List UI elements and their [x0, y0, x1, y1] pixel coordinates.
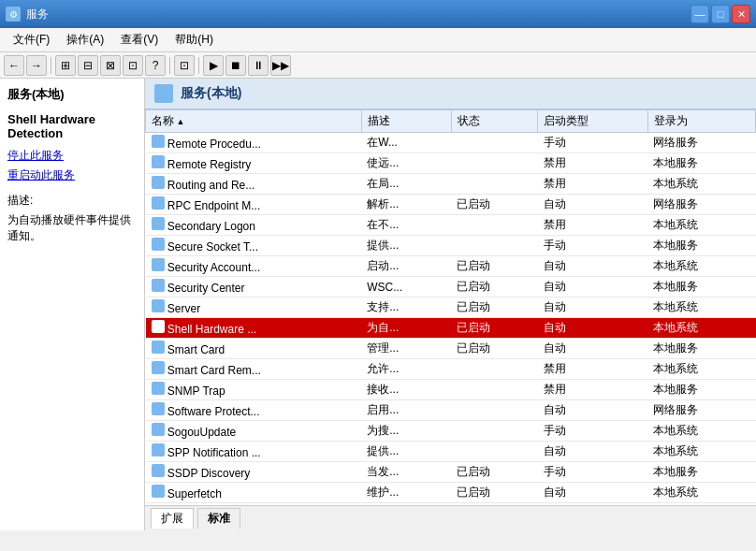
table-row[interactable]: Security CenterWSC...已启动自动本地服务 [146, 277, 756, 297]
service-desc-cell: 为自... [361, 318, 451, 339]
help-button[interactable]: ? [145, 55, 166, 76]
col-desc[interactable]: 描述 [361, 110, 451, 133]
toolbar-btn-6[interactable]: ⊡ [123, 55, 143, 76]
service-login-cell: 网络服务 [647, 133, 755, 153]
service-status-cell [451, 380, 537, 400]
toolbar-btn-5[interactable]: ⊠ [100, 55, 121, 76]
toolbar-separator-1 [51, 57, 51, 74]
toolbar-btn-8[interactable]: ⊡ [174, 55, 195, 76]
table-row[interactable]: Routing and Re...在局...禁用本地系统 [146, 174, 756, 195]
service-name-cell: Security Center [146, 277, 362, 297]
service-icon [152, 402, 165, 415]
app-icon: ⚙ [6, 7, 21, 22]
table-row[interactable]: SogouUpdate为搜...手动本地系统 [146, 421, 756, 442]
service-icon [152, 299, 165, 312]
stop-button[interactable]: ⏹ [225, 55, 246, 76]
table-row[interactable]: Remote Procedu...在W...手动网络服务 [146, 133, 756, 153]
window-controls[interactable]: — □ ✕ [691, 5, 750, 23]
forward-button[interactable]: → [26, 55, 47, 76]
table-row[interactable]: RPC Endpoint M...解析...已启动自动网络服务 [146, 195, 756, 215]
service-login-cell: 网络服务 [647, 195, 755, 215]
service-desc-cell: 当发... [361, 462, 451, 483]
service-icon [152, 258, 165, 271]
menu-file[interactable]: 文件(F) [6, 30, 57, 50]
service-login-cell: 本地系统 [647, 359, 755, 380]
service-status-cell [451, 215, 537, 236]
col-startup[interactable]: 启动类型 [538, 110, 647, 133]
service-icon [152, 279, 165, 292]
toolbar-btn-4[interactable]: ⊟ [78, 55, 98, 76]
service-status-cell: 已启动 [451, 195, 537, 215]
service-icon [152, 341, 165, 354]
service-startup-cell: 禁用 [538, 215, 647, 236]
menu-view[interactable]: 查看(V) [113, 30, 166, 50]
service-startup-cell: 自动 [538, 339, 647, 359]
service-login-cell: 本地系统 [647, 318, 755, 339]
toolbar-btn-3[interactable]: ⊞ [55, 55, 76, 76]
content-header: 服务(本地) [145, 79, 756, 109]
menu-action[interactable]: 操作(A) [59, 30, 111, 50]
tab-expand[interactable]: 扩展 [151, 508, 194, 529]
back-button[interactable]: ← [4, 55, 24, 76]
service-startup-cell: 自动 [538, 195, 647, 215]
service-startup-cell: 自动 [538, 297, 647, 318]
table-row[interactable]: SSDP Discovery当发...已启动手动本地服务 [146, 462, 756, 483]
table-row[interactable]: Shell Hardware ...为自...已启动自动本地系统 [146, 318, 756, 339]
menu-help[interactable]: 帮助(H) [167, 30, 221, 50]
table-row[interactable]: Smart Card管理...已启动自动本地服务 [146, 339, 756, 359]
minimize-button[interactable]: — [691, 5, 709, 23]
service-name-cell: Remote Procedu... [146, 133, 362, 153]
sidebar-title: 服务(本地) [7, 86, 137, 103]
table-row[interactable]: SPP Notification ...提供...自动本地系统 [146, 442, 756, 462]
table-row[interactable]: SNMP Trap接收...禁用本地服务 [146, 380, 756, 400]
table-row[interactable]: Security Account...启动...已启动自动本地系统 [146, 256, 756, 277]
service-login-cell: 本地服务 [647, 277, 755, 297]
play-button[interactable]: ▶ [203, 55, 224, 76]
services-table-container[interactable]: 名称 描述 状态 启动类型 登录为 Remote Procedu...在W...… [145, 109, 756, 505]
restart-button[interactable]: ▶▶ [270, 55, 291, 76]
service-desc-cell: 在不... [361, 215, 451, 236]
service-name-cell: SSDP Discovery [146, 462, 362, 483]
service-icon [152, 382, 165, 395]
service-desc-cell: 使远... [361, 153, 451, 174]
content-area: 服务(本地) 名称 描述 状态 启动类型 登录为 Remote Procedu.… [145, 79, 756, 530]
service-status-cell: 已启动 [451, 318, 537, 339]
service-name-cell: SogouUpdate [146, 421, 362, 442]
col-status[interactable]: 状态 [451, 110, 537, 133]
maximize-button[interactable]: □ [711, 5, 730, 23]
service-desc-cell: 在局... [361, 174, 451, 195]
service-startup-cell: 手动 [538, 133, 647, 153]
pause-button[interactable]: ⏸ [248, 55, 269, 76]
service-status-cell: 已启动 [451, 297, 537, 318]
table-row[interactable]: Superfetch维护...已启动自动本地系统 [146, 483, 756, 503]
stop-service-link[interactable]: 停止此服务 [7, 148, 137, 164]
tab-standard[interactable]: 标准 [197, 508, 240, 529]
service-desc-cell: 允许... [361, 359, 451, 380]
service-startup-cell: 自动 [538, 442, 647, 462]
service-startup-cell: 禁用 [538, 359, 647, 380]
close-button[interactable]: ✕ [732, 5, 750, 23]
service-login-cell: 本地服务 [647, 462, 755, 483]
restart-service-link[interactable]: 重启动此服务 [7, 167, 137, 183]
table-row[interactable]: Secondary Logon在不...禁用本地系统 [146, 215, 756, 236]
service-description: 为自动播放硬件事件提供通知。 [7, 212, 137, 244]
bottom-tabs: 扩展 标准 [145, 505, 756, 530]
service-desc-cell: 提供... [361, 442, 451, 462]
service-icon [152, 320, 165, 333]
table-row[interactable]: Software Protect...启用...自动网络服务 [146, 400, 756, 421]
window-title: 服务 [26, 7, 49, 22]
table-row[interactable]: Smart Card Rem...允许...禁用本地系统 [146, 359, 756, 380]
table-row[interactable]: Remote Registry使远...禁用本地服务 [146, 153, 756, 174]
service-name-cell: RPC Endpoint M... [146, 195, 362, 215]
service-icon [152, 485, 165, 498]
service-icon [152, 217, 165, 230]
service-desc-cell: 维护... [361, 483, 451, 503]
table-row[interactable]: Secure Socket T...提供...手动本地服务 [146, 236, 756, 256]
service-login-cell: 本地系统 [647, 483, 755, 503]
table-row[interactable]: Server支持...已启动自动本地系统 [146, 297, 756, 318]
col-login[interactable]: 登录为 [647, 110, 755, 133]
col-name[interactable]: 名称 [146, 110, 362, 133]
service-name-cell: SNMP Trap [146, 380, 362, 400]
service-name-cell: Remote Registry [146, 153, 362, 174]
service-login-cell: 本地系统 [647, 442, 755, 462]
